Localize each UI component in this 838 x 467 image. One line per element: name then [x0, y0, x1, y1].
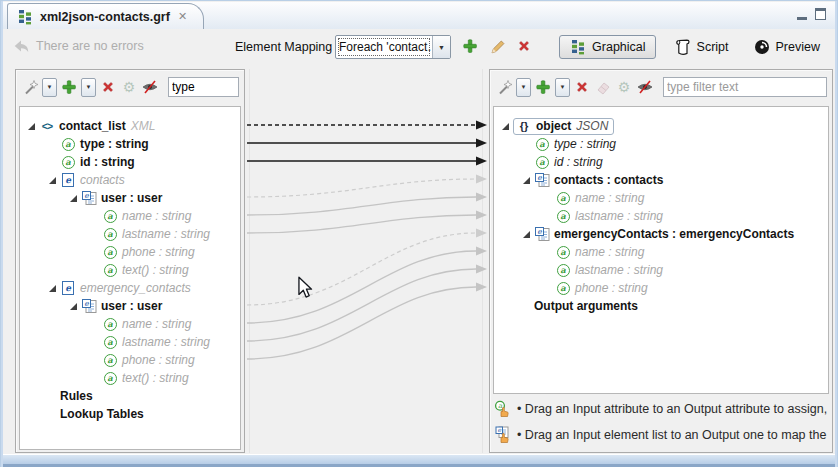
expander-icon[interactable] [523, 177, 530, 184]
tree-item-contact-list[interactable]: <>contact_listXML [20, 117, 240, 135]
tree-item-output-arguments[interactable]: Output arguments [494, 297, 828, 315]
attr-icon: a [555, 264, 571, 277]
tab-preview[interactable]: Preview [747, 36, 826, 58]
node-label: phone : string [122, 353, 195, 367]
schema-type-label: JSON [576, 119, 608, 133]
tree-item-lastname-string[interactable]: alastname : string [20, 225, 240, 243]
wand-dropdown-icon[interactable]: ▼ [42, 78, 57, 97]
node-label: emergencyContacts : emergencyContacts [554, 227, 794, 241]
elist-icon: e [534, 227, 550, 242]
tree-item-emergencycontacts-emergencycontacts[interactable]: eemergencyContacts : emergencyContacts [494, 225, 828, 243]
tree-item-lastname-string[interactable]: alastname : string [20, 333, 240, 351]
node-label: name : string [122, 317, 191, 331]
attr-icon: a [534, 138, 550, 151]
hide-unmapped-icon[interactable] [141, 78, 159, 96]
tree-item-user-user[interactable]: euser : user [20, 297, 240, 315]
tree-item-lastname-string[interactable]: alastname : string [494, 207, 828, 225]
output-filter-field[interactable] [663, 77, 827, 97]
remove-node-button[interactable] [99, 78, 117, 96]
tree-item-contacts-contacts[interactable]: econtacts : contacts [494, 171, 828, 189]
mapping-selector[interactable]: Foreach 'contact… ▼ [335, 35, 451, 59]
tree-item-user-user[interactable]: euser : user [20, 189, 240, 207]
svg-text:e: e [497, 426, 501, 433]
expander-icon[interactable] [70, 303, 77, 310]
expander-icon[interactable] [70, 195, 77, 202]
tree-item-type-string[interactable]: atype : string [20, 135, 240, 153]
node-label: lastname : string [575, 209, 663, 223]
braces-icon: {} [516, 120, 532, 132]
tree-item-lookup-tables[interactable]: Lookup Tables [20, 405, 240, 423]
selected-node-box: {}objectJSON [513, 118, 614, 135]
tree-item-phone-string[interactable]: aphone : string [20, 243, 240, 261]
schema-type-label: XML [131, 119, 156, 133]
node-label: contact_list [59, 119, 126, 133]
wand-dropdown-icon[interactable]: ▼ [516, 78, 531, 97]
view-controls [797, 8, 826, 20]
tree-item-id-string[interactable]: aid : string [20, 153, 240, 171]
tree-item-phone-string[interactable]: aphone : string [20, 351, 240, 369]
expander-icon[interactable] [49, 285, 56, 292]
mapping-line-user-contacts-to-contacts[interactable] [247, 179, 476, 197]
attr-icon: a [60, 156, 76, 169]
tab-bar: xml2json-contacts.grf ✕ [2, 2, 836, 30]
mapping-line-user-emergency-to-emergencyContacts[interactable] [247, 233, 476, 305]
tree-item-contacts[interactable]: econtacts [20, 171, 240, 189]
delete-mapping-button[interactable] [515, 37, 533, 55]
tree-item-name-string[interactable]: aname : string [20, 207, 240, 225]
input-filter-field[interactable] [168, 77, 239, 97]
add-dropdown-icon[interactable]: ▼ [555, 78, 570, 97]
tab-xml2json-contacts[interactable]: xml2json-contacts.grf ✕ [7, 3, 204, 29]
tree-item-name-string[interactable]: aname : string [20, 315, 240, 333]
e-icon: e [60, 173, 76, 187]
tree-item-id-string[interactable]: aid : string [494, 153, 828, 171]
close-icon[interactable]: ✕ [178, 10, 187, 23]
hint-text: • Drag an Input attribute to an Output a… [517, 402, 827, 416]
mapping-line-phone-to-phone[interactable] [247, 287, 476, 359]
remove-node-button[interactable] [573, 78, 591, 96]
tree-item-object[interactable]: {}objectJSON [494, 117, 828, 135]
wand-icon[interactable] [21, 78, 39, 96]
hand-elist-icon: e [494, 426, 511, 443]
attr-icon: a [555, 246, 571, 259]
expander-icon[interactable] [28, 123, 35, 130]
gear-icon[interactable]: ⚙ [120, 78, 138, 96]
mapping-line-lastname-to-lastname[interactable] [247, 215, 476, 233]
node-label: lastname : string [575, 263, 663, 277]
expander-icon[interactable] [49, 177, 56, 184]
tree-item-text-string[interactable]: atext() : string [20, 261, 240, 279]
attr-icon: a [555, 192, 571, 205]
tree-item-emergency-contacts[interactable]: eemergency_contacts [20, 279, 240, 297]
tree-item-phone-string[interactable]: aphone : string [494, 279, 828, 297]
minimize-icon[interactable] [797, 8, 807, 20]
mapping-toolbar: There are no errors Element Mapping Fore… [2, 29, 836, 65]
tree-item-text-string[interactable]: atext() : string [20, 369, 240, 387]
expander-icon[interactable] [523, 231, 530, 238]
tree-item-name-string[interactable]: aname : string [494, 189, 828, 207]
node-label: name : string [122, 209, 191, 223]
tree-item-rules[interactable]: Rules [20, 387, 240, 405]
node-label: type : string [554, 137, 616, 151]
add-mapping-button[interactable] [461, 37, 479, 55]
add-dropdown-icon[interactable]: ▼ [81, 78, 96, 97]
tab-graphical[interactable]: Graphical [559, 35, 656, 59]
expander-icon[interactable] [502, 123, 509, 130]
add-node-button[interactable] [534, 78, 552, 96]
add-node-button[interactable] [60, 78, 78, 96]
tab-script[interactable]: Script [668, 36, 735, 58]
maximize-icon[interactable] [815, 8, 826, 20]
edit-mapping-button[interactable] [488, 37, 506, 55]
section-label: Lookup Tables [60, 407, 144, 421]
mapping-line-lastname-to-lastname[interactable] [247, 269, 476, 341]
tree-item-type-string[interactable]: atype : string [494, 135, 828, 153]
mapping-line-name-to-name[interactable] [247, 197, 476, 215]
elist-icon: e [534, 173, 550, 188]
node-label: text() : string [122, 263, 189, 277]
tree-item-lastname-string[interactable]: alastname : string [494, 261, 828, 279]
mapping-line-name-to-name[interactable] [247, 251, 476, 323]
eraser-icon[interactable] [594, 78, 612, 96]
tree-item-name-string[interactable]: aname : string [494, 243, 828, 261]
wand-icon[interactable] [495, 78, 513, 96]
chevron-down-icon[interactable]: ▼ [432, 36, 450, 58]
gear-icon[interactable]: ⚙ [615, 78, 633, 96]
hide-unmapped-icon[interactable] [636, 78, 654, 96]
